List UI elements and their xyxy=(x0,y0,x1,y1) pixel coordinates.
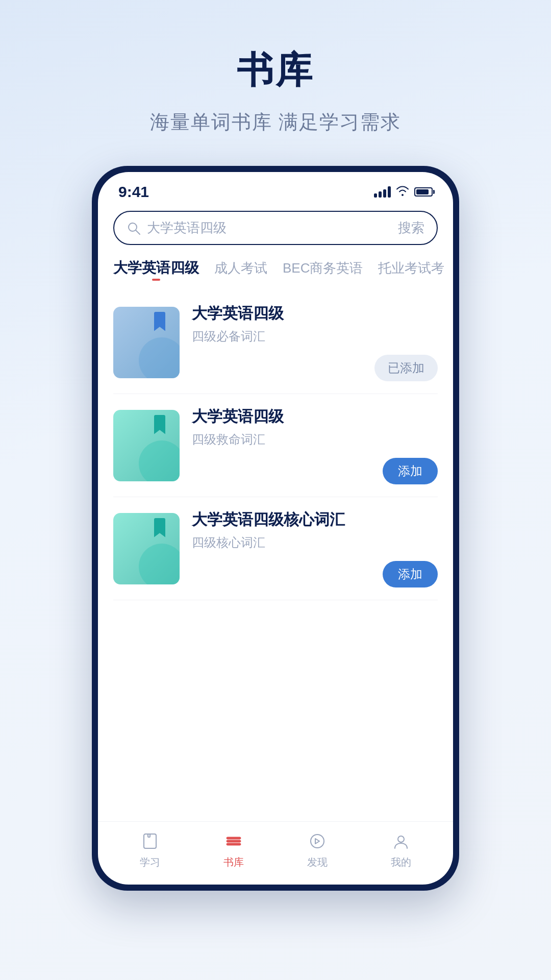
nav-label-study: 学习 xyxy=(140,855,160,869)
add-button-2[interactable]: 添加 xyxy=(383,458,438,484)
nav-item-library[interactable]: 书库 xyxy=(222,830,245,869)
svg-rect-5 xyxy=(227,840,241,842)
battery-icon xyxy=(414,187,433,197)
book-desc-3: 四级核心词汇 xyxy=(192,534,438,551)
book-desc-1: 四级必备词汇 xyxy=(192,328,438,345)
bottom-nav: 学习 书库 发现 xyxy=(98,821,453,885)
page-subtitle: 海量单词书库 满足学习需求 xyxy=(150,109,402,135)
book-info-1: 大学英语四级 四级必备词汇 已添加 xyxy=(192,303,438,381)
tab-cet4[interactable]: 大学英语四级 xyxy=(113,258,199,278)
search-placeholder: 大学英语四级 xyxy=(147,219,392,237)
page-title: 书库 xyxy=(237,46,314,95)
nav-label-library: 书库 xyxy=(223,855,244,869)
category-tabs: 大学英语四级 成人考试 BEC商务英语 托业考试考 xyxy=(98,253,453,286)
search-bar[interactable]: 大学英语四级 搜索 xyxy=(113,211,438,245)
phone-frame: 9:41 xyxy=(92,166,459,891)
nav-item-study[interactable]: 学习 xyxy=(139,830,161,869)
list-item: 大学英语四级 四级必备词汇 已添加 xyxy=(113,291,438,394)
tab-toefl[interactable]: 托业考试考 xyxy=(378,259,444,277)
tab-adult[interactable]: 成人考试 xyxy=(214,259,267,277)
added-button-1[interactable]: 已添加 xyxy=(374,355,438,381)
nav-item-mine[interactable]: 我的 xyxy=(390,830,412,869)
add-button-3[interactable]: 添加 xyxy=(383,561,438,587)
svg-point-8 xyxy=(398,836,404,842)
svg-rect-6 xyxy=(227,843,241,845)
list-item: 大学英语四级核心词汇 四级核心词汇 添加 xyxy=(113,497,438,600)
status-icons xyxy=(374,185,433,199)
mine-icon xyxy=(390,830,412,852)
discover-icon xyxy=(306,830,329,852)
book-desc-2: 四级救命词汇 xyxy=(192,431,438,448)
nav-label-mine: 我的 xyxy=(391,855,411,869)
book-cover-3 xyxy=(113,513,180,584)
status-bar: 9:41 xyxy=(98,172,453,206)
library-icon xyxy=(222,830,245,852)
search-button[interactable]: 搜索 xyxy=(398,219,424,237)
nav-item-discover[interactable]: 发现 xyxy=(306,830,329,869)
book-info-3: 大学英语四级核心词汇 四级核心词汇 添加 xyxy=(192,509,438,587)
svg-line-1 xyxy=(136,230,140,234)
book-name-2: 大学英语四级 xyxy=(192,406,438,427)
svg-rect-3 xyxy=(148,834,150,837)
wifi-icon xyxy=(396,185,409,199)
book-list: 大学英语四级 四级必备词汇 已添加 大学英语四级 四级救命词汇 添 xyxy=(98,286,453,821)
nav-label-discover: 发现 xyxy=(307,855,328,869)
book-name-1: 大学英语四级 xyxy=(192,303,438,324)
tab-bec[interactable]: BEC商务英语 xyxy=(283,259,363,277)
svg-rect-4 xyxy=(227,837,241,839)
search-container: 大学英语四级 搜索 xyxy=(98,206,453,253)
list-item: 大学英语四级 四级救命词汇 添加 xyxy=(113,394,438,497)
phone-screen: 9:41 xyxy=(98,172,453,885)
search-icon xyxy=(127,221,141,235)
book-cover-1 xyxy=(113,307,180,378)
status-time: 9:41 xyxy=(118,183,149,201)
book-info-2: 大学英语四级 四级救命词汇 添加 xyxy=(192,406,438,484)
svg-point-7 xyxy=(311,835,324,848)
book-name-3: 大学英语四级核心词汇 xyxy=(192,509,438,530)
book-cover-2 xyxy=(113,410,180,481)
study-icon xyxy=(139,830,161,852)
signal-icon xyxy=(374,186,391,198)
